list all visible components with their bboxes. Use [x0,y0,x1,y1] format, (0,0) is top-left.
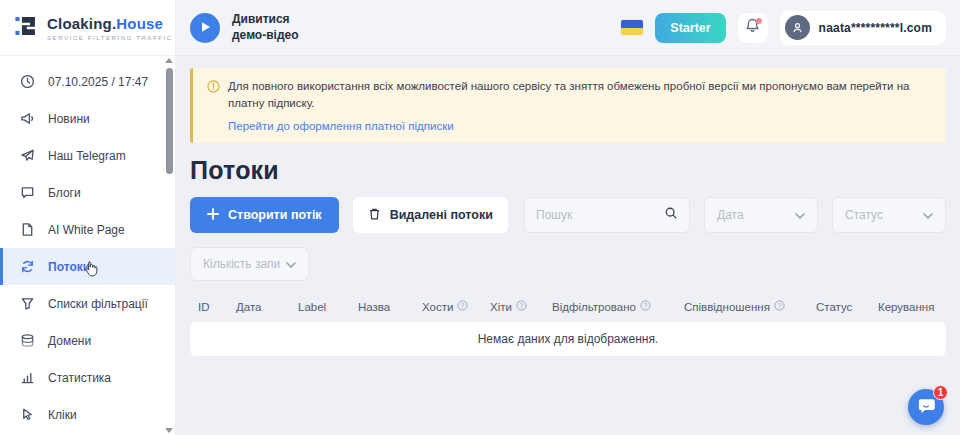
domains-stack-icon [19,333,35,349]
logo-icon [13,13,39,43]
plan-starter-button[interactable]: Starter [655,13,725,43]
deleted-flows-button[interactable]: Видалені потоки [353,197,508,233]
sidebar-item-label: Новини [48,112,90,126]
sidebar-item-ai-white-page[interactable]: AI White Page [0,211,175,248]
warning-icon [207,79,220,111]
scrollbar-thumb[interactable] [166,68,173,174]
toolbar: Створити потік Видалені потоки Дата Стат… [190,197,946,233]
sidebar: Cloaking.House SERVICE FILTERING TRAFFIC… [0,0,176,435]
column-manage: Керування [878,301,946,313]
sidebar-item-flows[interactable]: Потоки [0,248,175,285]
sidebar-item-clicks[interactable]: Кліки [0,396,175,433]
sidebar-item-label: 07.10.2025 / 17:47 [48,75,148,89]
clock-icon [19,74,35,90]
per-page-dropdown[interactable]: Кількість запи [190,247,309,281]
play-icon [200,19,211,37]
page-icon [19,222,35,238]
clicks-cursor-icon [19,407,35,423]
sidebar-item-label: Кліки [48,408,77,422]
stats-chart-icon [19,370,35,386]
sidebar-item-label: Статистика [48,371,111,385]
language-flag-ua-icon[interactable] [621,20,643,35]
sidebar-item-statistics[interactable]: Статистика [0,359,175,396]
sidebar-item-label: Наш Telegram [48,149,126,163]
sidebar-item-label: Потоки [48,260,90,274]
filter-funnel-icon [19,296,35,312]
logo[interactable]: Cloaking.House SERVICE FILTERING TRAFFIC [0,0,175,56]
chevron-down-icon [923,208,933,222]
sidebar-nav: 07.10.2025 / 17:47 Новини Наш Telegram Б… [0,56,175,433]
column-label: Label [298,301,358,313]
column-id: ID [198,301,236,313]
chat-icon [916,395,936,419]
svg-text:?: ? [777,302,781,309]
plus-icon [207,208,219,223]
trial-notice-text: Для повного використання всіх можливосте… [228,78,928,111]
news-megaphone-icon [19,111,35,127]
status-filter-dropdown[interactable]: Статус [832,197,946,233]
sidebar-item-label: AI White Page [48,223,125,237]
brand-name: Cloaking.House [47,15,163,32]
user-email: naata**********l.com [819,21,932,35]
chat-unread-badge: 1 [933,385,948,400]
top-header: Дивитися демо-відео Starter naata*******… [176,0,960,56]
flows-sync-icon [19,259,35,275]
subscribe-link[interactable]: Перейти до оформлення платної підписки [228,120,932,132]
table-header: ID Дата Label Назва Хости ? Хіти ? Відфі… [190,300,946,313]
notification-dot [756,18,762,24]
blog-chat-icon [19,185,35,201]
trial-notice-banner: Для повного використання всіх можливосте… [190,68,946,143]
search-icon[interactable] [664,206,678,224]
column-date: Дата [236,301,298,313]
telegram-plane-icon [19,148,35,164]
date-filter-dropdown[interactable]: Дата [704,197,818,233]
sidebar-scrollbar[interactable] [164,58,174,433]
user-account-button[interactable]: naata**********l.com [780,11,946,45]
sidebar-item-blogs[interactable]: Блоги [0,174,175,211]
sidebar-item-label: Домени [48,334,91,348]
column-name: Назва [358,301,422,313]
help-icon[interactable]: ? [457,300,468,313]
page-title: Потоки [190,156,946,185]
trash-icon [368,207,381,224]
sidebar-item-label: Списки фільтрації [48,297,148,311]
help-icon[interactable]: ? [640,300,651,313]
column-hits: Хіти ? [490,300,552,313]
scrollbar-up-arrow-icon[interactable] [165,58,173,63]
svg-text:?: ? [644,302,648,309]
notifications-button[interactable] [738,13,768,43]
sidebar-item-domains[interactable]: Домени [0,322,175,359]
sidebar-item-telegram[interactable]: Наш Telegram [0,137,175,174]
avatar [785,15,810,40]
column-ratio: Співвідношення ? [684,300,816,313]
demo-video-play-button[interactable] [190,13,220,43]
column-status: Статус [816,301,878,313]
chevron-down-icon [286,257,296,271]
sidebar-item-news[interactable]: Новини [0,100,175,137]
table-empty-state: Немає даних для відображення. [190,322,946,356]
brand-tagline: SERVICE FILTERING TRAFFIC [47,35,173,41]
search-field [524,197,690,233]
help-icon[interactable]: ? [774,300,785,313]
column-hosts: Хости ? [422,300,490,313]
support-chat-button[interactable]: 1 [908,389,944,425]
help-icon[interactable]: ? [516,300,527,313]
column-filtered: Відфільтровано ? [552,300,684,313]
scrollbar-down-arrow-icon[interactable] [165,428,173,433]
create-flow-button[interactable]: Створити потік [190,197,339,233]
svg-text:?: ? [520,302,524,309]
search-input[interactable] [536,208,656,222]
sidebar-item-datetime: 07.10.2025 / 17:47 [0,63,175,100]
demo-video-label[interactable]: Дивитися демо-відео [232,12,299,43]
svg-text:?: ? [461,302,465,309]
sidebar-item-label: Блоги [48,186,81,200]
chevron-down-icon [795,208,805,222]
sidebar-item-filter-lists[interactable]: Списки фільтрації [0,285,175,322]
main-content: Для повного використання всіх можливосте… [176,56,960,435]
